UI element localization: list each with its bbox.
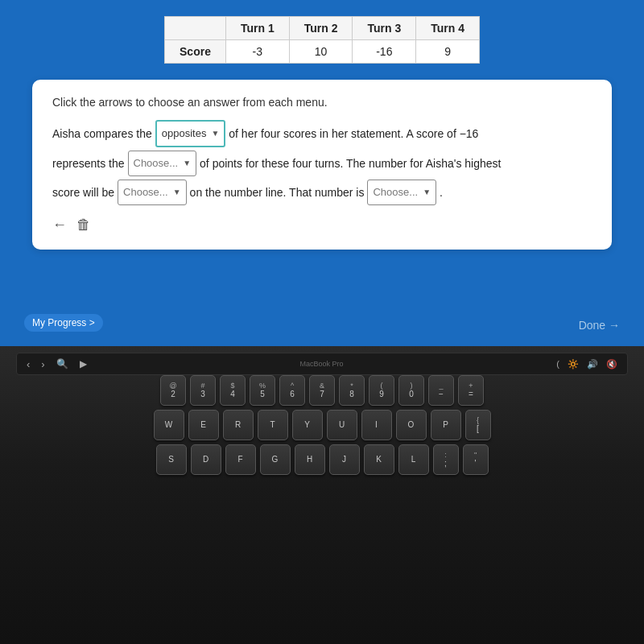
dropdown4-placeholder: Choose...	[373, 182, 418, 203]
text-part7: .	[440, 181, 443, 204]
text-part2: of her four scores in her statement. A s…	[229, 122, 478, 145]
key-quote[interactable]: "'	[463, 444, 489, 475]
sentence-line-2: represents the Choose... ▼ of points for…	[52, 151, 592, 176]
answer-card: Click the arrows to choose an answer fro…	[32, 80, 612, 250]
touchbar-volume-icon[interactable]: 🔊	[587, 359, 598, 369]
keyboard-row-asdf: S D F G H J K L :; "'	[156, 444, 489, 475]
touchbar-play[interactable]: ▶	[80, 358, 87, 369]
touchbar-parenthesis: (	[556, 359, 559, 369]
score-turn2: 10	[289, 40, 353, 64]
touchbar-back[interactable]: ‹	[27, 358, 30, 370]
key-l[interactable]: L	[398, 444, 429, 475]
sentence-line-1: Aisha compares the opposites ▼ of her fo…	[52, 120, 592, 147]
instruction-text: Click the arrows to choose an answer fro…	[52, 96, 592, 109]
key-o[interactable]: O	[396, 410, 427, 440]
screen-area: Turn 1 Turn 2 Turn 3 Turn 4 Score -3 10 …	[0, 0, 644, 346]
key-f[interactable]: F	[225, 444, 256, 475]
key-t[interactable]: T	[258, 410, 288, 440]
table-row: Score -3 10 -16 9	[165, 40, 480, 64]
touchbar-left: ‹ › 🔍 ▶	[27, 358, 87, 370]
card-actions: ← 🗑	[52, 217, 592, 233]
dropdown3-arrow-icon: ▼	[173, 184, 181, 200]
key-9[interactable]: (9	[369, 375, 394, 406]
scores-table-container: Turn 1 Turn 2 Turn 3 Turn 4 Score -3 10 …	[24, 16, 620, 64]
dropdown-opposites[interactable]: opposites ▼	[155, 120, 226, 147]
dropdown2-arrow-icon: ▼	[183, 155, 191, 171]
key-w[interactable]: W	[154, 410, 184, 440]
dropdown-choose3[interactable]: Choose... ▼	[118, 180, 187, 205]
dropdown3-placeholder: Choose...	[123, 182, 168, 203]
key-6[interactable]: ^6	[279, 375, 305, 406]
laptop-body: ‹ › 🔍 ▶ MacBook Pro ( 🔆 🔊 🔇 @2 #3 $4 %5 …	[0, 346, 644, 644]
keyboard-row-qwerty: W E R T Y U I O P {[	[154, 410, 491, 440]
table-header-turn3: Turn 3	[353, 17, 416, 40]
undo-button[interactable]: ←	[52, 217, 67, 233]
touchbar-brightness-icon[interactable]: 🔆	[568, 359, 579, 369]
key-8[interactable]: *8	[339, 375, 365, 406]
my-progress-button[interactable]: My Progress >	[24, 314, 103, 332]
sentence-area: Aisha compares the opposites ▼ of her fo…	[52, 120, 592, 205]
table-header-turn2: Turn 2	[289, 17, 353, 40]
dropdown-choose2[interactable]: Choose... ▼	[128, 151, 197, 176]
key-g[interactable]: G	[260, 444, 291, 475]
text-part5: score will be	[52, 181, 114, 204]
dropdown4-arrow-icon: ▼	[423, 184, 431, 200]
key-k[interactable]: K	[364, 444, 394, 475]
text-part4: of points for these four turns. The numb…	[200, 152, 501, 175]
text-part3: represents the	[52, 152, 125, 175]
touchbar-search[interactable]: 🔍	[56, 358, 68, 369]
key-semicolon[interactable]: :;	[433, 444, 459, 475]
touchbar-center-label: MacBook Pro	[299, 360, 343, 368]
text-part1: Aisha compares the	[52, 122, 152, 145]
table-header-label	[165, 17, 226, 40]
touchbar: ‹ › 🔍 ▶ MacBook Pro ( 🔆 🔊 🔇	[16, 353, 628, 375]
dropdown2-placeholder: Choose...	[134, 153, 179, 174]
delete-button[interactable]: 🗑	[76, 217, 91, 233]
sentence-line-3: score will be Choose... ▼ on the number …	[52, 180, 592, 205]
score-turn4: 9	[416, 40, 480, 64]
key-r[interactable]: R	[223, 410, 254, 440]
touchbar-right: ( 🔆 🔊 🔇	[556, 359, 617, 369]
keyboard-row-numbers: @2 #3 $4 %5 ^6 &7 *8 (9 )0 _− +=	[160, 375, 484, 406]
key-3[interactable]: #3	[190, 375, 216, 406]
key-i[interactable]: I	[361, 410, 392, 440]
key-j[interactable]: J	[329, 444, 360, 475]
touchbar-forward[interactable]: ›	[41, 358, 44, 370]
key-s[interactable]: S	[156, 444, 187, 475]
key-e[interactable]: E	[188, 410, 219, 440]
dropdown-choose4[interactable]: Choose... ▼	[367, 180, 436, 205]
table-header-turn4: Turn 4	[416, 17, 480, 40]
touchbar-mute-icon[interactable]: 🔇	[606, 359, 617, 369]
key-4[interactable]: $4	[220, 375, 246, 406]
table-header-turn1: Turn 1	[225, 17, 289, 40]
key-5[interactable]: %5	[250, 375, 275, 406]
text-part6: on the number line. That number is	[190, 181, 365, 204]
key-minus[interactable]: _−	[428, 375, 454, 406]
dropdown1-value: opposites	[162, 123, 207, 144]
key-d[interactable]: D	[191, 444, 221, 475]
key-0[interactable]: )0	[398, 375, 424, 406]
key-h[interactable]: H	[295, 444, 325, 475]
score-turn1: -3	[225, 40, 289, 64]
dropdown1-arrow-icon: ▼	[211, 126, 219, 142]
key-bracket-left[interactable]: {[	[465, 410, 491, 440]
done-button[interactable]: Done →	[579, 319, 620, 332]
score-turn3: -16	[353, 40, 416, 64]
key-p[interactable]: P	[431, 410, 461, 440]
key-u[interactable]: U	[327, 410, 357, 440]
key-7[interactable]: &7	[309, 375, 335, 406]
key-2[interactable]: @2	[160, 375, 186, 406]
key-y[interactable]: Y	[292, 410, 323, 440]
row-label: Score	[165, 40, 226, 64]
key-equals[interactable]: +=	[458, 375, 484, 406]
scores-table: Turn 1 Turn 2 Turn 3 Turn 4 Score -3 10 …	[164, 16, 480, 64]
